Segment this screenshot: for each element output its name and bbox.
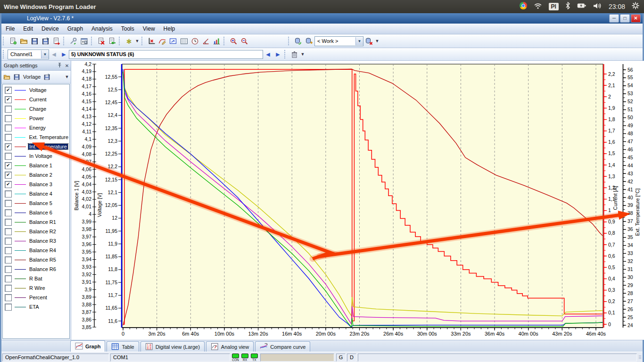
series-checkbox[interactable]	[5, 190, 12, 197]
curve-pen-button[interactable]	[157, 36, 168, 47]
delete-data-button[interactable]	[96, 36, 107, 47]
toolbar-grip[interactable]	[3, 37, 6, 45]
series-checkbox[interactable]: ✔	[5, 181, 12, 188]
series-checkbox[interactable]	[5, 294, 12, 301]
window-titlebar[interactable]: LogView - V2.7.6 * ─ □ ✕	[1, 13, 643, 24]
open-file-button[interactable]	[18, 36, 29, 47]
series-row-eta[interactable]: ETA	[3, 302, 69, 312]
series-checkbox[interactable]: ✔	[5, 172, 12, 179]
menu-item-view[interactable]: View	[139, 25, 159, 33]
series-row-percent[interactable]: Percent	[3, 293, 69, 302]
maximize-button[interactable]: □	[620, 14, 630, 23]
graph-canvas[interactable]: 4,24,194,184,174,164,154,144,134,124,114…	[71, 61, 644, 340]
series-row-balance-2[interactable]: ✔Balance 2	[3, 170, 69, 180]
series-checkbox[interactable]	[5, 238, 12, 245]
zoom-out-button[interactable]	[239, 36, 250, 47]
series-row-charge[interactable]: Charge	[3, 104, 69, 114]
close-button[interactable]: ✕	[631, 14, 641, 23]
axis-setup-button[interactable]	[146, 36, 157, 47]
series-checkbox[interactable]	[5, 285, 12, 292]
delete-record-button[interactable]	[289, 49, 300, 60]
series-row-int-temperature[interactable]: ✔Int. Temperature	[3, 142, 69, 151]
menu-item-analysis[interactable]: Analysis	[87, 25, 117, 33]
data-table-button[interactable]	[179, 36, 190, 47]
next-session-button[interactable]: ▶	[273, 49, 283, 59]
toolbar-grip[interactable]	[284, 50, 288, 58]
import-data-button[interactable]	[107, 36, 117, 47]
bluetooth-icon[interactable]	[565, 2, 570, 11]
series-row-balance-3[interactable]: ✔Balance 3	[3, 180, 69, 189]
series-checkbox[interactable]	[5, 256, 12, 263]
toolbar-grip[interactable]	[141, 37, 145, 45]
work-select-caret-icon[interactable]: ▼	[355, 37, 363, 45]
series-row-r-bat[interactable]: R Bat	[3, 274, 69, 283]
prev-session-button[interactable]: ◀	[263, 49, 273, 59]
export-file-button[interactable]	[51, 36, 62, 47]
series-checkbox[interactable]	[5, 266, 12, 273]
series-row-energy[interactable]: Energy	[3, 123, 69, 132]
statistics-button[interactable]	[211, 36, 222, 47]
tab-table[interactable]: Table	[107, 341, 139, 352]
series-row-balance-r2[interactable]: Balance R2	[3, 227, 69, 236]
measure-angle-button[interactable]	[200, 36, 211, 47]
menu-item-tools[interactable]: Tools	[117, 25, 139, 33]
series-row-balance-r3[interactable]: Balance R3	[3, 236, 69, 246]
series-row-power[interactable]: Power	[3, 114, 69, 123]
series-checkbox[interactable]	[5, 200, 12, 207]
series-checkbox[interactable]	[5, 247, 12, 254]
series-row-balance-r4[interactable]: Balance R4	[3, 246, 69, 255]
channel-select[interactable]: Channel1▼	[8, 49, 49, 59]
resize-grip[interactable]: ⠿	[638, 355, 642, 360]
series-row-balance-6[interactable]: Balance 6	[3, 208, 69, 217]
toolbar-grip[interactable]	[223, 37, 227, 45]
db-save-button[interactable]	[304, 36, 314, 47]
series-row-balance-r6[interactable]: Balance R6	[3, 264, 69, 274]
menu-item-edit[interactable]: Edit	[19, 25, 37, 33]
series-row-balance-4[interactable]: Balance 4	[3, 189, 69, 198]
series-row-balance-r5[interactable]: Balance R5	[3, 255, 69, 264]
channel-select-caret-icon[interactable]: ▼	[41, 50, 49, 58]
series-row-in-voltage[interactable]: In Voltage	[3, 151, 69, 161]
series-checkbox[interactable]	[5, 124, 12, 132]
wifi-icon[interactable]	[534, 2, 542, 11]
new-file-button[interactable]	[8, 36, 18, 47]
menu-item-device[interactable]: Device	[37, 25, 63, 33]
tab-analog-view[interactable]: Analog view	[206, 341, 254, 352]
power-gear-icon[interactable]	[632, 2, 639, 11]
chrome-tray-icon[interactable]	[520, 2, 527, 11]
plot-area[interactable]	[122, 64, 603, 328]
series-checkbox[interactable]: ✔	[5, 143, 12, 150]
volume-icon[interactable]	[593, 2, 602, 11]
zoom-in-button[interactable]	[228, 36, 239, 47]
series-checkbox[interactable]: ✔	[5, 162, 12, 169]
next-record-button[interactable]: ▶	[59, 49, 69, 59]
dropdown-caret-icon[interactable]: ▼	[300, 49, 305, 59]
time-clock-button[interactable]	[190, 36, 200, 47]
minimize-button[interactable]: ─	[609, 14, 619, 23]
tab-compare-curve[interactable]: Compare curve	[255, 341, 310, 352]
toolbar-grip[interactable]	[3, 50, 6, 58]
series-checkbox[interactable]: ✔	[5, 87, 12, 94]
template-dropdown-caret[interactable]: ▼	[64, 72, 70, 82]
toolbar-grip[interactable]	[63, 37, 66, 45]
series-checkbox[interactable]	[5, 153, 12, 160]
battery-icon[interactable]	[577, 2, 586, 11]
toolbar-grip[interactable]	[288, 37, 291, 45]
series-row-balance-r1[interactable]: Balance R1	[3, 217, 69, 227]
toolbar-grip[interactable]	[119, 37, 122, 45]
series-checkbox[interactable]	[5, 115, 12, 122]
record-status-field[interactable]	[69, 50, 263, 59]
device-window-button[interactable]	[79, 36, 90, 47]
series-checkbox[interactable]	[5, 134, 12, 141]
tab-digital-view-large-[interactable]: 1.88.8Digital view (Large)	[140, 341, 205, 352]
series-checkbox[interactable]	[5, 228, 12, 235]
open-template-button[interactable]	[2, 73, 11, 82]
series-checkbox[interactable]: ✔	[5, 96, 12, 103]
series-row-ext-temperature[interactable]: Ext. Temperature	[3, 132, 69, 142]
series-checkbox[interactable]	[5, 275, 12, 282]
zoom-window-button[interactable]	[168, 36, 179, 47]
work-select[interactable]: < Work >▼	[314, 36, 363, 46]
save-button[interactable]	[29, 36, 40, 47]
save-template-button[interactable]	[12, 73, 21, 82]
series-row-r-wire[interactable]: R Wire	[3, 283, 69, 293]
